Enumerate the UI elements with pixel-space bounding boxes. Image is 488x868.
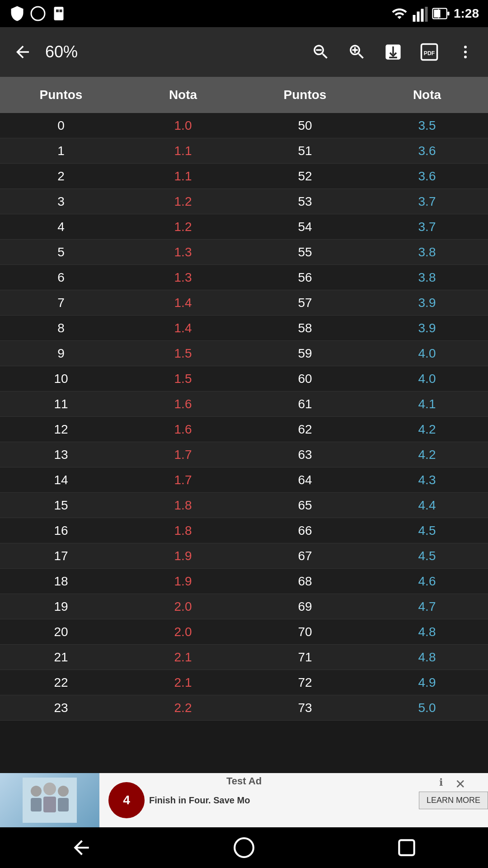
puntos-left: 1: [0, 144, 122, 158]
svg-point-20: [31, 786, 42, 797]
puntos-left: 0: [0, 118, 122, 133]
table-header: Puntos Nota Puntos Nota: [0, 77, 488, 113]
header-nota-1: Nota: [122, 88, 244, 102]
puntos-left: 18: [0, 574, 122, 589]
nota-left: 1.1: [122, 169, 244, 184]
nota-left: 1.4: [122, 321, 244, 335]
puntos-left: 5: [0, 245, 122, 259]
status-right: 1:28: [390, 5, 479, 22]
puntos-right: 52: [244, 169, 366, 184]
nota-right: 5.0: [366, 701, 488, 715]
ad-info-icon[interactable]: ℹ: [439, 777, 443, 788]
nota-left: 1.2: [122, 194, 244, 209]
puntos-right: 68: [244, 574, 366, 589]
puntos-left: 20: [0, 625, 122, 639]
svg-point-26: [235, 838, 253, 857]
nota-right: 4.4: [366, 498, 488, 513]
ad-logo: 4: [108, 782, 145, 818]
puntos-left: 2: [0, 169, 122, 184]
back-button[interactable]: [9, 38, 36, 66]
learn-more-button[interactable]: LEARN MORE: [419, 792, 488, 809]
nota-left: 1.9: [122, 574, 244, 589]
more-button[interactable]: [452, 38, 479, 66]
puntos-left: 11: [0, 397, 122, 411]
puntos-left: 12: [0, 422, 122, 437]
puntos-left: 4: [0, 220, 122, 234]
table-row: 1 1.1 51 3.6: [0, 138, 488, 164]
ad-logo-text: 4: [123, 793, 130, 807]
zoom-out-button[interactable]: [307, 38, 334, 66]
time-display: 1:28: [454, 6, 479, 21]
puntos-right: 72: [244, 675, 366, 690]
puntos-right: 54: [244, 220, 366, 234]
svg-rect-5: [417, 12, 419, 22]
svg-rect-21: [31, 798, 42, 811]
signal-icon: [412, 5, 428, 22]
grade-table: 0 1.0 50 3.5 1 1.1 51 3.6 2 1.1 52 3.6 3…: [0, 113, 488, 721]
nav-recents-button[interactable]: [389, 834, 425, 861]
nota-right: 4.7: [366, 599, 488, 614]
table-row: 0 1.0 50 3.5: [0, 113, 488, 138]
nav-home-button[interactable]: [226, 834, 262, 861]
nav-back-button[interactable]: [63, 834, 99, 861]
nota-left: 1.7: [122, 473, 244, 487]
nota-right: 4.8: [366, 650, 488, 665]
svg-point-0: [31, 7, 45, 20]
puntos-left: 10: [0, 372, 122, 386]
table-row: 22 2.1 72 4.9: [0, 670, 488, 695]
shield-icon: [9, 5, 25, 22]
nota-right: 3.6: [366, 169, 488, 184]
ad-title-text: Finish in Four. Save Mo: [149, 795, 410, 806]
puntos-left: 22: [0, 675, 122, 690]
puntos-right: 70: [244, 625, 366, 639]
nota-right: 4.3: [366, 473, 488, 487]
puntos-left: 15: [0, 498, 122, 513]
nota-left: 2.0: [122, 599, 244, 614]
nota-left: 1.9: [122, 549, 244, 563]
nota-left: 2.1: [122, 650, 244, 665]
table-row: 9 1.5 59 4.0: [0, 341, 488, 366]
puntos-left: 7: [0, 296, 122, 310]
header-puntos-2: Puntos: [244, 88, 366, 102]
ad-image: [0, 773, 99, 827]
puntos-right: 56: [244, 270, 366, 285]
table-row: 4 1.2 54 3.7: [0, 214, 488, 240]
svg-rect-25: [58, 798, 69, 811]
ad-banner[interactable]: 4 Finish in Four. Save Mo LEARN MORE ℹ ✕…: [0, 773, 488, 827]
table-row: 14 1.7 64 4.3: [0, 467, 488, 493]
download-button[interactable]: [380, 38, 407, 66]
circle-icon: [30, 5, 46, 22]
svg-rect-9: [447, 12, 449, 16]
puntos-left: 17: [0, 549, 122, 563]
table-row: 15 1.8 65 4.4: [0, 493, 488, 518]
table-row: 7 1.4 57 3.9: [0, 290, 488, 316]
nota-right: 3.8: [366, 270, 488, 285]
nota-left: 2.2: [122, 701, 244, 715]
table-row: 20 2.0 70 4.8: [0, 619, 488, 645]
puntos-left: 9: [0, 346, 122, 361]
puntos-right: 58: [244, 321, 366, 335]
nota-right: 3.7: [366, 220, 488, 234]
navigation-bar: [0, 827, 488, 868]
nota-left: 1.6: [122, 397, 244, 411]
toolbar: 60%: [0, 27, 488, 77]
nota-right: 4.5: [366, 524, 488, 538]
table-row: 23 2.2 73 5.0: [0, 695, 488, 721]
zoom-in-button[interactable]: [343, 38, 371, 66]
nota-right: 4.1: [366, 397, 488, 411]
table-row: 10 1.5 60 4.0: [0, 366, 488, 392]
svg-rect-1: [54, 7, 64, 20]
puntos-right: 69: [244, 599, 366, 614]
header-puntos-1: Puntos: [0, 88, 122, 102]
ad-close-icon[interactable]: ✕: [455, 777, 465, 792]
pdf-button[interactable]: PDF: [416, 38, 443, 66]
nota-left: 2.0: [122, 625, 244, 639]
puntos-left: 8: [0, 321, 122, 335]
puntos-right: 63: [244, 448, 366, 462]
table-row: 18 1.9 68 4.6: [0, 569, 488, 594]
svg-rect-6: [421, 9, 423, 22]
svg-rect-4: [413, 15, 415, 22]
puntos-left: 6: [0, 270, 122, 285]
header-nota-2: Nota: [366, 88, 488, 102]
puntos-right: 65: [244, 498, 366, 513]
